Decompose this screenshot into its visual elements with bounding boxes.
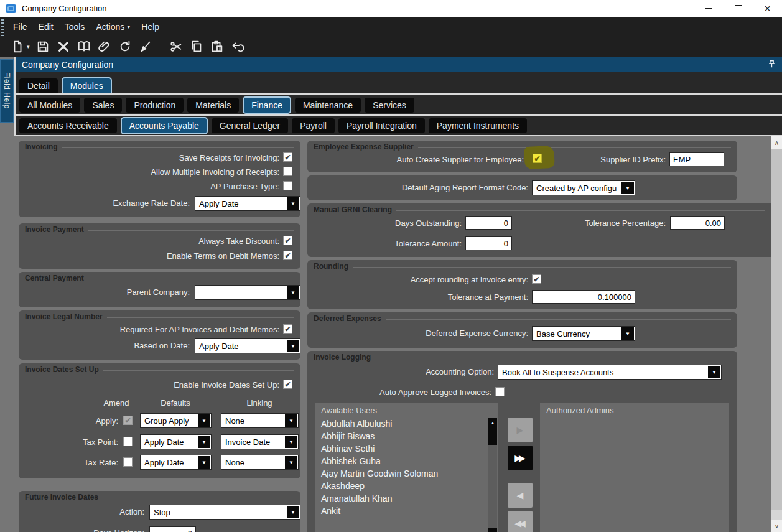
- move-all-left-button[interactable]: ◀◀: [508, 511, 533, 532]
- auto-create-supplier-checkbox[interactable]: ✔: [533, 154, 542, 163]
- scrollbar-thumb[interactable]: [771, 149, 782, 510]
- supplier-id-prefix-input[interactable]: EMP: [669, 152, 724, 166]
- copy-icon[interactable]: [189, 39, 204, 54]
- tab-detail[interactable]: Detail: [19, 78, 58, 93]
- tax-point-defaults-dropdown[interactable]: Apply Date▼: [140, 434, 212, 449]
- default-aging-dropdown[interactable]: Created by AP configu▼: [532, 180, 635, 195]
- move-right-button[interactable]: ▶: [508, 418, 533, 442]
- column-header-linking: Linking: [228, 398, 291, 408]
- scrollbar-thumb[interactable]: [488, 427, 497, 445]
- tax-rate-defaults-dropdown[interactable]: Apply Date▼: [140, 455, 212, 470]
- action-dropdown[interactable]: Stop▼: [149, 505, 300, 520]
- maximize-button[interactable]: [724, 0, 753, 17]
- save-icon[interactable]: [35, 39, 50, 54]
- auto-approve-logged-invoices-checkbox[interactable]: [495, 387, 505, 396]
- group-invoice-payment: Invoice Payment Always Take Discount: ✔ …: [19, 223, 300, 269]
- tax-point-amend-checkbox[interactable]: [123, 437, 133, 446]
- scroll-up-icon[interactable]: ▲: [488, 418, 497, 427]
- menu-actions[interactable]: Actions▾: [90, 20, 136, 34]
- close-button[interactable]: ✕: [753, 0, 782, 17]
- clean-icon[interactable]: [138, 39, 153, 54]
- tab-maintenance[interactable]: Maintenance: [295, 98, 361, 113]
- scroll-up-icon[interactable]: ∧: [771, 136, 782, 149]
- pin-icon[interactable]: [768, 60, 776, 70]
- chevron-down-icon: ▾: [127, 23, 130, 30]
- days-horizon-input[interactable]: 0: [149, 526, 196, 532]
- tolerance-percentage-input[interactable]: 0.00: [670, 216, 725, 230]
- users-list-scrollbar[interactable]: ▲ ▼: [488, 418, 497, 532]
- tab-field-help[interactable]: Field Help: [0, 59, 14, 123]
- save-receipts-checkbox[interactable]: ✔: [283, 152, 292, 162]
- accept-rounding-checkbox[interactable]: ✔: [532, 274, 541, 284]
- refresh-icon[interactable]: [118, 39, 133, 54]
- panel-title: Company Configuration: [22, 60, 113, 70]
- always-take-discount-checkbox[interactable]: ✔: [283, 236, 292, 245]
- cut-icon[interactable]: [169, 39, 184, 54]
- menu-tools[interactable]: Tools: [59, 20, 91, 34]
- list-item[interactable]: Akashdeep: [315, 480, 498, 492]
- group-title: Deferred Expenses: [314, 314, 381, 323]
- tab-payment-instruments[interactable]: Payment Instruments: [429, 118, 527, 133]
- ap-purchase-type-checkbox[interactable]: [283, 181, 292, 190]
- tab-accounts-receivable[interactable]: Accounts Receivable: [19, 118, 117, 133]
- accounting-option-dropdown[interactable]: Book All to Suspense Accounts▼: [498, 365, 722, 380]
- tax-point-linking-dropdown[interactable]: Invoice Date▼: [221, 434, 299, 449]
- tab-payroll-integration[interactable]: Payroll Integration: [338, 118, 425, 133]
- new-document-icon[interactable]: [10, 39, 25, 54]
- tax-rate-linking-dropdown[interactable]: None▼: [221, 455, 299, 470]
- tab-general-ledger[interactable]: General Ledger: [212, 118, 288, 133]
- move-left-button[interactable]: ◀: [508, 483, 533, 508]
- tab-payroll[interactable]: Payroll: [292, 118, 335, 133]
- attach-icon[interactable]: [97, 39, 112, 54]
- enable-terms-debit-memos-checkbox[interactable]: ✔: [283, 251, 292, 260]
- exchange-rate-date-dropdown[interactable]: Apply Date▼: [195, 196, 300, 211]
- column-header-amend: Amend: [91, 398, 141, 408]
- menu-file[interactable]: File: [7, 20, 33, 34]
- list-item[interactable]: Abhishek Guha: [315, 455, 498, 467]
- list-item[interactable]: Amanatullah Khan: [315, 492, 498, 505]
- list-item[interactable]: Abhinav Sethi: [315, 442, 498, 455]
- tab-finance[interactable]: Finance: [243, 96, 291, 114]
- tab-materials[interactable]: Materials: [187, 98, 239, 113]
- chevron-down-icon: ▼: [708, 366, 720, 378]
- apply-linking-dropdown[interactable]: None▼: [221, 413, 299, 428]
- book-icon[interactable]: [77, 39, 91, 54]
- menu-help[interactable]: Help: [136, 20, 165, 34]
- scroll-down-icon[interactable]: ∨: [771, 520, 782, 532]
- minimize-button[interactable]: [694, 0, 724, 17]
- tab-all-modules[interactable]: All Modules: [19, 98, 80, 113]
- list-item[interactable]: Abhijit Biswas: [315, 430, 498, 442]
- tab-services[interactable]: Services: [365, 98, 414, 113]
- delete-icon[interactable]: [56, 39, 71, 54]
- tab-production[interactable]: Production: [126, 98, 184, 113]
- tab-sales[interactable]: Sales: [84, 98, 122, 113]
- days-outstanding-label: Days Outstanding:: [395, 218, 462, 228]
- enable-invoice-dates-checkbox[interactable]: ✔: [283, 380, 292, 389]
- tolerance-at-payment-input[interactable]: 0.100000: [532, 290, 635, 304]
- apply-defaults-dropdown[interactable]: Group Apply▼: [140, 413, 212, 428]
- group-employee-expense-supplier: Employee Expense Supplier Auto Create Su…: [307, 141, 737, 172]
- paste-icon[interactable]: [210, 39, 225, 54]
- menu-edit[interactable]: Edit: [33, 20, 59, 34]
- tax-rate-amend-checkbox[interactable]: [123, 457, 133, 467]
- deferred-expense-currency-dropdown[interactable]: Base Currency▼: [532, 326, 635, 341]
- scroll-down-icon[interactable]: ▼: [488, 528, 497, 532]
- tolerance-amount-input[interactable]: 0: [465, 236, 512, 250]
- undo-icon[interactable]: [230, 39, 245, 54]
- list-item[interactable]: Abdullah Albulushi: [315, 418, 498, 430]
- tab-accounts-payable[interactable]: Accounts Payable: [121, 117, 208, 134]
- parent-company-dropdown[interactable]: ▼: [195, 285, 300, 300]
- vertical-scrollbar[interactable]: ∧ ∨: [771, 136, 782, 532]
- list-item[interactable]: Ajay Martin Goodwin Soloman: [315, 467, 498, 480]
- days-outstanding-input[interactable]: 0: [465, 216, 512, 230]
- chevron-down-icon: ▼: [198, 436, 210, 448]
- tab-modules[interactable]: Modules: [62, 77, 112, 93]
- supplier-id-prefix-label: Supplier ID Prefix:: [600, 155, 666, 164]
- move-all-right-button[interactable]: ▶▶: [508, 446, 533, 470]
- required-ap-invoices-checkbox[interactable]: ✔: [283, 324, 292, 334]
- multiple-invoicing-checkbox[interactable]: [283, 167, 292, 176]
- new-document-caret-icon[interactable]: ▾: [27, 44, 30, 50]
- list-item[interactable]: Ankit: [315, 505, 498, 517]
- based-on-date-dropdown[interactable]: Apply Date▼: [195, 338, 300, 353]
- content-area: Invoicing Save Receipts for Invoicing: ✔…: [16, 136, 771, 532]
